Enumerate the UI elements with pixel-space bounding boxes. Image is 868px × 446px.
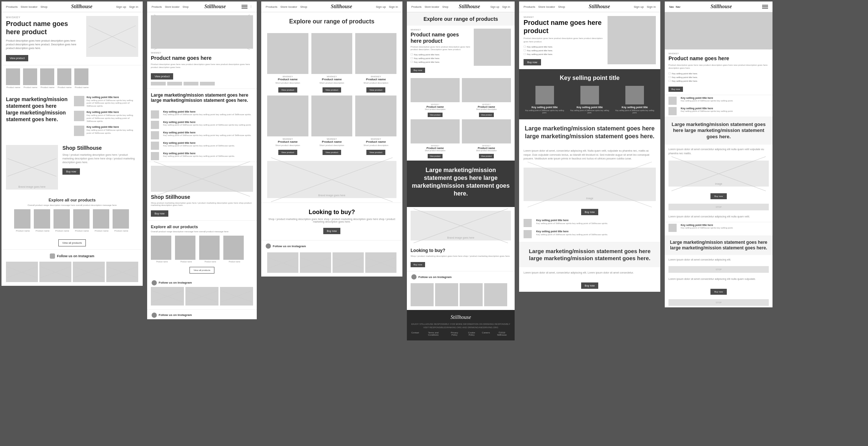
hamburger-mp-icon[interactable] [762,5,768,9]
nav-listing-shop[interactable]: Shop [300,5,307,9]
nav-detail-shop[interactable]: Shop [558,5,565,9]
nav-logo[interactable]: Stillhouse [71,4,93,10]
range-insta-4[interactable] [484,283,507,306]
nav-detail-store[interactable]: Store locator [538,5,555,9]
hero-description: Product description goes here product de… [6,39,82,50]
footer-terms[interactable]: Terms and Conditions [423,332,444,336]
nav-listing-store[interactable]: Store locator [281,5,297,9]
nav-listing-signup[interactable]: Sign up [376,5,386,9]
shop-cta-button[interactable]: Buy now [62,168,80,175]
listing-insta-1[interactable] [267,252,298,273]
explore-mobile-label-3: Product name [199,261,221,263]
nav-mobile-logo[interactable]: Stillhouse [204,4,226,10]
footer-privacy[interactable]: Privacy Policy [448,332,461,336]
product-cta-3[interactable]: View product [366,87,385,93]
footer-cookie[interactable]: Cookie Policy [465,332,478,336]
shop-mobile-cta[interactable]: Buy now [151,210,168,217]
range-product-cta-4[interactable]: View product [479,154,494,158]
buy-cta-listing[interactable]: Buy now [323,228,341,234]
nav-range-logo[interactable]: Stillhouse [459,4,480,10]
nav-range-shop[interactable]: Shop [442,6,448,8]
explore-mobile-view-all-btn[interactable]: View all products [190,267,214,274]
range-product-cta-1[interactable]: View product [428,113,443,117]
listing-insta-3[interactable] [333,252,364,273]
nav-listing-products[interactable]: Products [266,5,278,9]
explore-mobile-item-2[interactable]: Product name [175,236,197,263]
product-cta-2[interactable]: View product [323,87,341,93]
nav-range-signin[interactable]: Sign in [502,6,510,8]
instagram-mobile-img-3[interactable] [220,287,253,306]
listing-insta-2[interactable] [300,252,331,273]
instagram-img-2[interactable] [39,262,71,282]
nav-signin[interactable]: Sign in [129,5,138,9]
product-cta-1[interactable]: View product [278,87,297,93]
hamburger-icon[interactable] [242,5,247,9]
instagram-mobile-img-2[interactable] [185,287,218,306]
nav-mobile-icon[interactable]: ⋮ [250,5,252,8]
explore-mobile-item-4[interactable]: Product name [223,236,246,263]
range-product-cta-2[interactable]: View product [479,113,494,117]
product-cta-5[interactable]: View product [323,150,341,155]
buy-range-cta[interactable]: Buy now [411,262,425,267]
nav-links[interactable]: Products Store locator Shop [6,5,48,9]
hero-cta-button[interactable]: View product [6,55,28,61]
footer-careers[interactable]: Careers [482,332,490,336]
thumb-5[interactable]: Product name [74,68,89,88]
explore-mobile-item-3[interactable]: Product name [199,236,221,263]
nav-mobile-shop[interactable]: Shop [182,6,188,8]
range-insta-1[interactable] [411,283,434,306]
nav-mp-nav1[interactable]: Nav [669,6,674,8]
explore-mobile-item-1[interactable]: Product name [151,236,173,263]
thumb-3[interactable]: Product name [40,68,55,88]
instagram-img-3[interactable] [73,262,105,282]
product-cta-4[interactable]: View product [278,150,297,155]
nav-range-store[interactable]: Store locator [425,6,440,8]
nav-link-products[interactable]: Products [6,5,18,9]
nav-mp-logo[interactable]: Stillhouse [710,4,732,10]
instagram-img-4[interactable] [106,262,138,282]
view-all-button[interactable]: View all products [58,239,86,246]
explore-item-5[interactable]: Product name [93,209,111,232]
thumb-1[interactable]: Product name [6,68,21,88]
nav-mp-nav2[interactable]: Nav [676,6,680,8]
nav-detail-logo[interactable]: Stillhouse [589,4,610,10]
swatch-2 [167,82,182,85]
hero-mobile-cta[interactable]: View product [151,73,173,80]
nav-listing-logo[interactable]: Stillhouse [331,4,352,10]
range-hero-cta[interactable]: Buy now [411,68,425,73]
instagram-mobile-img-1[interactable] [151,287,184,306]
explore-item-3[interactable]: Product name [54,209,71,232]
explore-item-4[interactable]: Product name [73,209,91,232]
nav-mobile-products[interactable]: Products [152,6,162,8]
range-insta-3[interactable] [460,283,483,306]
mp-buy-btn[interactable]: Buy now [710,193,726,199]
listing-insta-4[interactable] [365,252,396,273]
nav-range-signup[interactable]: Sign up [490,6,499,8]
footer-contact[interactable]: Contact [411,332,419,336]
explore-item-6[interactable]: Product name [113,209,130,232]
range-product-cta-3[interactable]: View product [428,154,443,158]
nav-link-store[interactable]: Store locator [21,5,38,9]
nav-detail-signin[interactable]: Sign in [647,5,656,9]
buy-detail-cta[interactable]: Buy now [581,209,599,215]
nav-link-shop[interactable]: Shop [41,5,48,9]
nav-listing-signin[interactable]: Sign in [389,5,398,9]
range-insta-2[interactable] [435,283,458,306]
nav-detail-products[interactable]: Products [524,5,535,9]
thumb-4[interactable]: Product name [57,68,72,88]
thumb-2[interactable]: Product name [23,68,38,88]
mp-buy: Buy now [665,189,773,202]
explore-item-1[interactable]: Product name [14,209,32,232]
nav-range-products[interactable]: Products [411,6,422,8]
nav-mobile-store[interactable]: Store locator [165,6,180,8]
mp-cta[interactable]: Buy now [668,87,683,92]
buy-detail-cta-2[interactable]: Buy now [581,282,599,289]
product-cta-6[interactable]: View product [366,150,385,155]
instagram-img-1[interactable] [6,262,38,282]
nav-signup[interactable]: Sign up [116,5,126,9]
detail-cta[interactable]: Buy now [524,59,541,65]
instagram-mobile-grid [147,287,257,309]
nav-detail-signup[interactable]: Sign up [634,5,644,9]
explore-item-2[interactable]: Product name [34,209,52,232]
mp-buy-final-btn[interactable]: Buy now [710,289,726,295]
